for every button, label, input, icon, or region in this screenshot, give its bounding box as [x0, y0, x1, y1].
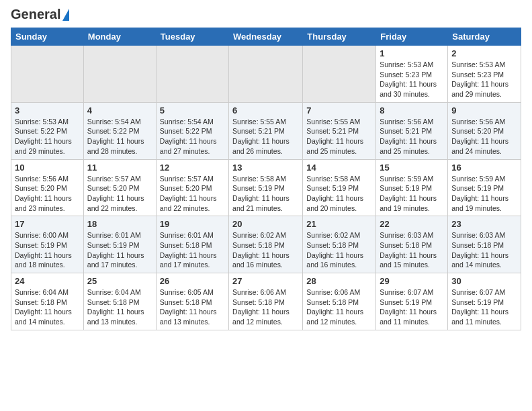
- day-number: 23: [451, 219, 517, 229]
- day-number: 12: [160, 163, 225, 173]
- day-info: Sunrise: 5:54 AM Sunset: 5:22 PM Dayligh…: [160, 117, 225, 156]
- day-number: 24: [15, 276, 80, 286]
- calendar-cell: 29Sunrise: 6:07 AM Sunset: 5:19 PM Dayli…: [376, 273, 448, 330]
- calendar-header-sunday: Sunday: [11, 28, 84, 46]
- day-info: Sunrise: 5:58 AM Sunset: 5:19 PM Dayligh…: [232, 174, 299, 214]
- calendar-cell: [156, 46, 228, 103]
- day-info: Sunrise: 5:58 AM Sunset: 5:19 PM Dayligh…: [306, 174, 372, 214]
- day-info: Sunrise: 6:00 AM Sunset: 5:19 PM Dayligh…: [15, 230, 80, 270]
- calendar-cell: 1Sunrise: 5:53 AM Sunset: 5:23 PM Daylig…: [376, 46, 448, 103]
- calendar-header-wednesday: Wednesday: [229, 28, 303, 46]
- calendar-week-row: 17Sunrise: 6:00 AM Sunset: 5:19 PM Dayli…: [11, 216, 521, 273]
- day-info: Sunrise: 6:04 AM Sunset: 5:18 PM Dayligh…: [15, 287, 80, 327]
- day-number: 29: [380, 276, 444, 286]
- calendar-cell: 20Sunrise: 6:02 AM Sunset: 5:18 PM Dayli…: [229, 216, 303, 273]
- calendar-cell: [303, 46, 376, 103]
- calendar-header-saturday: Saturday: [448, 28, 521, 46]
- day-number: 5: [160, 105, 225, 116]
- day-info: Sunrise: 5:57 AM Sunset: 5:20 PM Dayligh…: [87, 174, 152, 214]
- calendar-week-row: 1Sunrise: 5:53 AM Sunset: 5:23 PM Daylig…: [11, 46, 521, 103]
- calendar-week-row: 10Sunrise: 5:56 AM Sunset: 5:20 PM Dayli…: [11, 159, 521, 216]
- day-info: Sunrise: 5:56 AM Sunset: 5:20 PM Dayligh…: [15, 174, 80, 214]
- page: General SundayMondayTuesdayWednesdayThur…: [0, 0, 532, 411]
- day-number: 10: [15, 163, 80, 173]
- calendar-cell: 24Sunrise: 6:04 AM Sunset: 5:18 PM Dayli…: [11, 273, 84, 330]
- calendar-week-row: 3Sunrise: 5:53 AM Sunset: 5:22 PM Daylig…: [11, 102, 521, 159]
- day-number: 11: [87, 163, 152, 173]
- calendar-cell: [83, 46, 156, 103]
- calendar-header-row: SundayMondayTuesdayWednesdayThursdayFrid…: [11, 28, 521, 46]
- day-info: Sunrise: 6:07 AM Sunset: 5:19 PM Dayligh…: [451, 287, 517, 327]
- day-number: 14: [306, 163, 372, 173]
- day-number: 4: [87, 105, 152, 116]
- calendar-cell: 8Sunrise: 5:56 AM Sunset: 5:21 PM Daylig…: [376, 102, 448, 159]
- day-info: Sunrise: 6:01 AM Sunset: 5:18 PM Dayligh…: [160, 230, 225, 270]
- calendar-cell: 7Sunrise: 5:55 AM Sunset: 5:21 PM Daylig…: [303, 102, 376, 159]
- calendar-cell: [11, 46, 84, 103]
- day-info: Sunrise: 5:56 AM Sunset: 5:21 PM Dayligh…: [380, 117, 444, 156]
- logo-general-text: General: [11, 7, 60, 22]
- calendar-cell: 17Sunrise: 6:00 AM Sunset: 5:19 PM Dayli…: [11, 216, 84, 273]
- calendar-week-row: 24Sunrise: 6:04 AM Sunset: 5:18 PM Dayli…: [11, 273, 521, 330]
- day-info: Sunrise: 6:03 AM Sunset: 5:18 PM Dayligh…: [380, 230, 444, 270]
- day-info: Sunrise: 5:54 AM Sunset: 5:22 PM Dayligh…: [87, 117, 152, 156]
- day-info: Sunrise: 5:53 AM Sunset: 5:23 PM Dayligh…: [451, 60, 517, 99]
- day-number: 8: [380, 105, 444, 116]
- day-info: Sunrise: 6:04 AM Sunset: 5:18 PM Dayligh…: [87, 287, 152, 327]
- calendar-cell: 11Sunrise: 5:57 AM Sunset: 5:20 PM Dayli…: [83, 159, 156, 216]
- calendar-cell: 25Sunrise: 6:04 AM Sunset: 5:18 PM Dayli…: [83, 273, 156, 330]
- calendar-cell: 18Sunrise: 6:01 AM Sunset: 5:19 PM Dayli…: [83, 216, 156, 273]
- calendar-table: SundayMondayTuesdayWednesdayThursdayFrid…: [11, 28, 521, 330]
- day-info: Sunrise: 5:59 AM Sunset: 5:19 PM Dayligh…: [451, 174, 517, 214]
- calendar-cell: 15Sunrise: 5:59 AM Sunset: 5:19 PM Dayli…: [376, 159, 448, 216]
- calendar-cell: 21Sunrise: 6:02 AM Sunset: 5:18 PM Dayli…: [303, 216, 376, 273]
- day-number: 17: [15, 219, 80, 229]
- calendar-cell: 14Sunrise: 5:58 AM Sunset: 5:19 PM Dayli…: [303, 159, 376, 216]
- day-info: Sunrise: 5:55 AM Sunset: 5:21 PM Dayligh…: [232, 117, 299, 156]
- day-number: 1: [380, 48, 444, 58]
- day-info: Sunrise: 6:01 AM Sunset: 5:19 PM Dayligh…: [87, 230, 152, 270]
- day-number: 9: [451, 105, 517, 116]
- day-info: Sunrise: 5:57 AM Sunset: 5:20 PM Dayligh…: [160, 174, 225, 214]
- calendar-cell: 16Sunrise: 5:59 AM Sunset: 5:19 PM Dayli…: [448, 159, 521, 216]
- calendar-cell: [229, 46, 303, 103]
- day-info: Sunrise: 6:02 AM Sunset: 5:18 PM Dayligh…: [232, 230, 299, 270]
- day-number: 2: [451, 48, 517, 58]
- calendar-cell: 3Sunrise: 5:53 AM Sunset: 5:22 PM Daylig…: [11, 102, 84, 159]
- day-info: Sunrise: 5:53 AM Sunset: 5:23 PM Dayligh…: [380, 60, 444, 99]
- calendar-cell: 26Sunrise: 6:05 AM Sunset: 5:18 PM Dayli…: [156, 273, 228, 330]
- calendar-cell: 6Sunrise: 5:55 AM Sunset: 5:21 PM Daylig…: [229, 102, 303, 159]
- day-number: 26: [160, 276, 225, 286]
- day-number: 6: [232, 105, 299, 116]
- day-number: 7: [306, 105, 372, 116]
- day-number: 21: [306, 219, 372, 229]
- calendar-cell: 22Sunrise: 6:03 AM Sunset: 5:18 PM Dayli…: [376, 216, 448, 273]
- day-number: 28: [306, 276, 372, 286]
- calendar-cell: 9Sunrise: 5:56 AM Sunset: 5:20 PM Daylig…: [448, 102, 521, 159]
- calendar-cell: 23Sunrise: 6:03 AM Sunset: 5:18 PM Dayli…: [448, 216, 521, 273]
- logo: General: [11, 7, 69, 22]
- header: General: [11, 7, 521, 22]
- day-number: 20: [232, 219, 299, 229]
- day-info: Sunrise: 6:02 AM Sunset: 5:18 PM Dayligh…: [306, 230, 372, 270]
- day-number: 3: [15, 105, 80, 116]
- day-info: Sunrise: 5:55 AM Sunset: 5:21 PM Dayligh…: [306, 117, 372, 156]
- day-info: Sunrise: 6:06 AM Sunset: 5:18 PM Dayligh…: [232, 287, 299, 327]
- day-info: Sunrise: 5:56 AM Sunset: 5:20 PM Dayligh…: [451, 117, 517, 156]
- calendar-cell: 13Sunrise: 5:58 AM Sunset: 5:19 PM Dayli…: [229, 159, 303, 216]
- calendar-cell: 28Sunrise: 6:06 AM Sunset: 5:18 PM Dayli…: [303, 273, 376, 330]
- day-number: 25: [87, 276, 152, 286]
- calendar-header-tuesday: Tuesday: [156, 28, 228, 46]
- calendar-cell: 27Sunrise: 6:06 AM Sunset: 5:18 PM Dayli…: [229, 273, 303, 330]
- calendar-cell: 5Sunrise: 5:54 AM Sunset: 5:22 PM Daylig…: [156, 102, 228, 159]
- calendar-header-friday: Friday: [376, 28, 448, 46]
- calendar-cell: 10Sunrise: 5:56 AM Sunset: 5:20 PM Dayli…: [11, 159, 84, 216]
- day-number: 16: [451, 163, 517, 173]
- calendar-header-monday: Monday: [83, 28, 156, 46]
- day-info: Sunrise: 5:53 AM Sunset: 5:22 PM Dayligh…: [15, 117, 80, 156]
- calendar-cell: 30Sunrise: 6:07 AM Sunset: 5:19 PM Dayli…: [448, 273, 521, 330]
- day-number: 19: [160, 219, 225, 229]
- logo-triangle-icon: [62, 9, 69, 21]
- day-info: Sunrise: 5:59 AM Sunset: 5:19 PM Dayligh…: [380, 174, 444, 214]
- day-info: Sunrise: 6:06 AM Sunset: 5:18 PM Dayligh…: [306, 287, 372, 327]
